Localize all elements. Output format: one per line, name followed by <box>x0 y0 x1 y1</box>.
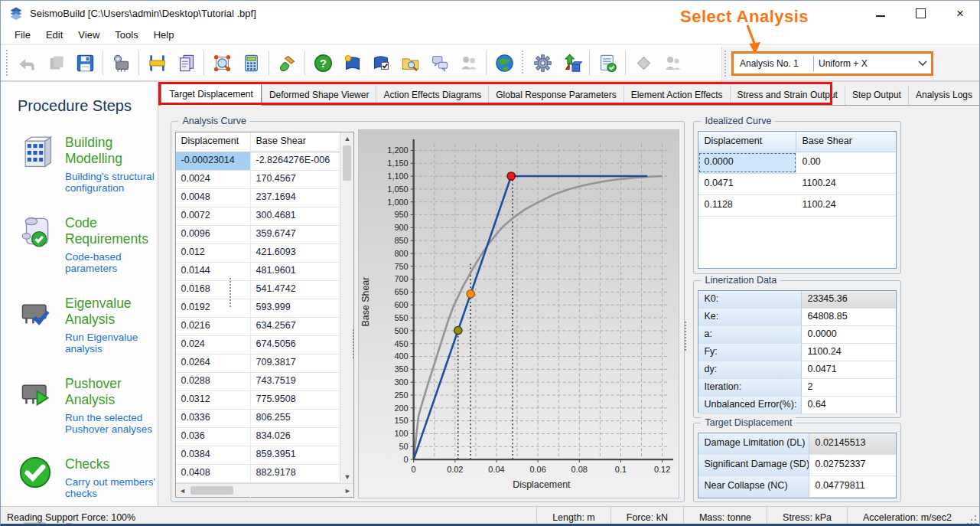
help-icon[interactable]: ? <box>308 48 337 77</box>
group-icon <box>658 48 687 77</box>
chevron-down-icon[interactable] <box>914 60 931 67</box>
table-header: DisplacementBase Shear <box>698 132 896 152</box>
menu-edit[interactable]: Edit <box>38 28 70 42</box>
table-row[interactable]: 0.0144481.9601 <box>176 263 340 281</box>
analysis-curve-table[interactable]: DisplacementBase Shear-0.00023014-2.8264… <box>175 132 354 498</box>
sidebar-item-code-requirements[interactable]: Code RequirementsCode-based parameters <box>18 214 158 274</box>
svg-text:200: 200 <box>395 403 409 413</box>
table-row[interactable]: -0.00023014-2.8264276E-006 <box>176 152 340 171</box>
transform-cube-icon[interactable] <box>557 48 586 77</box>
svg-text:0.06: 0.06 <box>530 465 546 474</box>
tutorial-book-icon[interactable] <box>337 48 366 77</box>
table-row[interactable]: Near Collapse (NC)0.04779811 <box>698 476 896 498</box>
tab-global-response-parameters[interactable]: Global Response Parameters <box>488 86 623 105</box>
file-search-icon[interactable] <box>396 48 425 77</box>
analysis-curve-title: Analysis Curve <box>178 116 249 126</box>
processor-settings-icon[interactable] <box>106 48 135 77</box>
table-row[interactable]: Damage Limitation (DL)0.02145513 <box>698 433 896 455</box>
linearization-data-table[interactable]: K0:23345.36Ke:64808.85a:0.0000Fy:1100.24… <box>698 290 897 413</box>
app-logo-icon <box>8 5 24 21</box>
table-row[interactable]: Unbalanced Error(%):0.64 <box>698 397 896 414</box>
splitter-grip-left[interactable] <box>353 329 357 358</box>
menu-tools[interactable]: Tools <box>107 28 145 42</box>
table-row[interactable]: 0.11281100.24 <box>698 195 896 217</box>
menu-file[interactable]: File <box>7 28 38 42</box>
table-row[interactable]: 0.00000.00 <box>698 152 896 174</box>
tab-element-action-effects[interactable]: Element Action Effects <box>623 86 730 105</box>
sidebar-item-eigenvalue-analysis[interactable]: Eigenvalue AnalysisRun Eigenvalue analys… <box>18 294 158 354</box>
calculator-icon[interactable] <box>236 48 265 77</box>
step-title: Pushover Analysis <box>65 376 158 408</box>
building-icon <box>18 133 54 170</box>
table-row[interactable]: 0.0336806.255 <box>176 410 340 428</box>
table-row[interactable]: 0.012421.6093 <box>176 244 340 263</box>
table-row[interactable]: 0.0288743.7519 <box>176 373 340 391</box>
model-viewer-icon[interactable] <box>207 48 236 77</box>
resize-grip[interactable] <box>967 507 979 526</box>
toolbar: ? Analysis No. 1 Uniform + X <box>1 44 979 82</box>
tab-action-effects-diagrams[interactable]: Action Effects Diagrams <box>376 86 488 105</box>
log-check-icon[interactable] <box>593 48 622 77</box>
splitter-grip-right[interactable] <box>685 322 689 351</box>
table-row[interactable]: Iteration:2 <box>698 379 896 397</box>
table-row[interactable]: K0:23345.36 <box>698 291 896 309</box>
table-row[interactable]: 0.024674.5056 <box>176 336 340 354</box>
close-button[interactable]: × <box>952 5 969 21</box>
menu-help[interactable]: Help <box>146 28 182 42</box>
analysis-select-dropdown[interactable]: Analysis No. 1 Uniform + X <box>731 51 933 76</box>
table-row[interactable]: dy:0.0471 <box>698 361 896 379</box>
table-row[interactable]: 0.0312775.9508 <box>176 391 340 410</box>
minimize-button[interactable] <box>872 5 889 21</box>
table-row[interactable]: 0.0192593.999 <box>176 299 340 318</box>
toolbar-separator <box>625 51 626 75</box>
target-displacement-groupbox: Target Displacement Damage Limitation (D… <box>693 423 901 502</box>
idealized-curve-table[interactable]: DisplacementBase Shear0.00000.000.047111… <box>698 131 897 269</box>
table-row[interactable]: 0.0096359.6747 <box>176 226 340 244</box>
idealized-curve-groupbox: Idealized Curve DisplacementBase Shear0.… <box>693 121 901 274</box>
table-row[interactable]: 0.0384859.3951 <box>176 446 340 465</box>
toolbar-separator <box>138 51 139 75</box>
building-modeller-icon[interactable] <box>142 48 171 77</box>
code-book-icon[interactable] <box>366 48 396 77</box>
table-row[interactable]: Fy:1100.24 <box>698 344 896 361</box>
tab-target-displacement[interactable]: Target Displacement <box>161 83 261 106</box>
menu-view[interactable]: View <box>70 28 107 42</box>
table-row[interactable]: 0.04711100.24 <box>698 174 896 195</box>
sidebar-item-building-modelling[interactable]: Building ModellingBuilding's structural … <box>18 133 158 194</box>
website-globe-icon[interactable] <box>490 48 519 77</box>
tab-step-output[interactable]: Step Output <box>845 86 908 105</box>
diamond-icon <box>629 48 658 77</box>
feedback-chat-icon[interactable] <box>425 48 454 77</box>
sidebar-item-pushover-analysis[interactable]: Pushover AnalysisRun the selected Pushov… <box>18 374 158 435</box>
table-row[interactable]: Ke:64808.85 <box>698 309 896 326</box>
table-row[interactable]: 0.0048237.1694 <box>176 189 340 207</box>
target-displacement-table[interactable]: Damage Limitation (DL)0.02145513Signific… <box>698 433 897 498</box>
step-title: Code Requirements <box>65 215 158 247</box>
sidebar-item-checks[interactable]: ChecksCarry out members' checks <box>18 455 158 499</box>
tab-deformed-shape-viewer[interactable]: Deformed Shape Viewer <box>262 86 376 105</box>
vertical-scrollbar[interactable]: ▲▼ <box>340 132 353 483</box>
table-row[interactable]: 0.036834.026 <box>176 428 340 446</box>
horizontal-scrollbar[interactable]: ◄► <box>176 483 353 497</box>
tab-analysis-logs[interactable]: Analysis Logs <box>908 86 979 105</box>
table-row[interactable]: a:0.0000 <box>698 326 896 344</box>
table-row[interactable]: 0.0264709.3817 <box>176 354 340 373</box>
target-displacement-title: Target Displacement <box>701 417 796 428</box>
svg-text:0.08: 0.08 <box>571 465 588 474</box>
tab-stress-and-strain-output[interactable]: Stress and Strain Output <box>730 86 845 105</box>
table-row[interactable]: 0.0216634.2567 <box>176 318 340 336</box>
paintbrush-icon[interactable] <box>272 48 301 77</box>
table-row[interactable]: Significant Damage (SD)0.02752337 <box>698 455 896 476</box>
toolbar-grip[interactable] <box>6 50 10 76</box>
settings-gear-icon[interactable] <box>528 48 557 77</box>
report-pages-icon[interactable] <box>171 48 200 77</box>
table-row[interactable]: 0.0024170.4567 <box>176 171 340 189</box>
panel-grip[interactable] <box>724 51 728 77</box>
splitter-grip-sidebar[interactable] <box>230 278 233 307</box>
step-title: Eigenvalue Analysis <box>65 296 158 328</box>
maximize-button[interactable] <box>912 5 929 21</box>
table-row[interactable]: 0.0408882.9178 <box>176 465 340 483</box>
table-row[interactable]: 0.0168541.4742 <box>176 281 340 299</box>
save-icon[interactable] <box>70 48 99 77</box>
table-row[interactable]: 0.0072300.4681 <box>176 207 340 226</box>
